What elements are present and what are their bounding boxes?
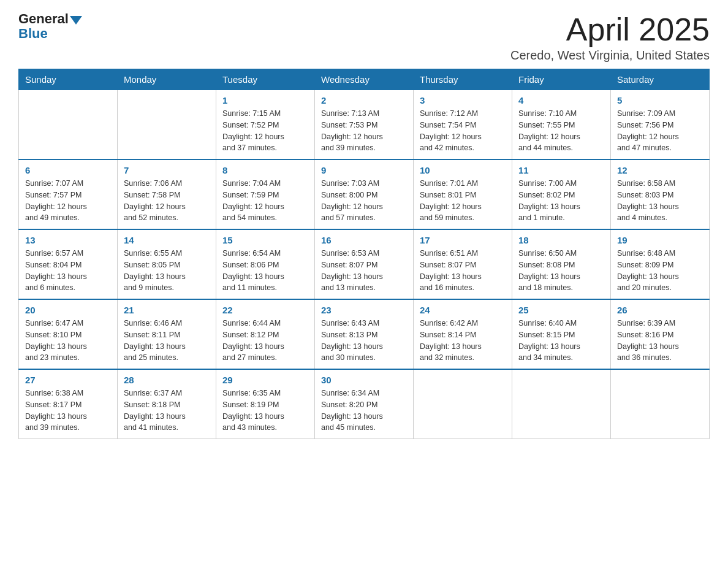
calendar-cell <box>611 369 710 439</box>
day-number: 20 <box>25 305 111 315</box>
calendar-cell: 28Sunrise: 6:37 AM Sunset: 8:18 PM Dayli… <box>118 369 216 439</box>
calendar-cell: 1Sunrise: 7:15 AM Sunset: 7:52 PM Daylig… <box>216 90 315 160</box>
calendar-cell: 20Sunrise: 6:47 AM Sunset: 8:10 PM Dayli… <box>19 299 118 369</box>
calendar-cell: 26Sunrise: 6:39 AM Sunset: 8:16 PM Dayli… <box>611 299 710 369</box>
day-info: Sunrise: 7:03 AM Sunset: 8:00 PM Dayligh… <box>321 178 407 224</box>
day-number: 21 <box>124 305 210 315</box>
day-info: Sunrise: 7:00 AM Sunset: 8:02 PM Dayligh… <box>518 178 604 224</box>
calendar-cell: 19Sunrise: 6:48 AM Sunset: 8:09 PM Dayli… <box>611 229 710 299</box>
calendar-cell: 6Sunrise: 7:07 AM Sunset: 7:57 PM Daylig… <box>19 159 118 229</box>
day-number: 2 <box>321 95 407 105</box>
calendar-cell: 9Sunrise: 7:03 AM Sunset: 8:00 PM Daylig… <box>315 159 414 229</box>
calendar-cell <box>118 90 216 160</box>
calendar-cell: 11Sunrise: 7:00 AM Sunset: 8:02 PM Dayli… <box>512 159 611 229</box>
calendar-cell: 23Sunrise: 6:43 AM Sunset: 8:13 PM Dayli… <box>315 299 414 369</box>
day-info: Sunrise: 7:01 AM Sunset: 8:01 PM Dayligh… <box>420 178 506 224</box>
day-number: 10 <box>420 165 506 175</box>
page-header: General Blue April 2025 Ceredo, West Vir… <box>18 12 710 63</box>
day-number: 19 <box>617 235 703 245</box>
day-number: 25 <box>518 305 604 315</box>
day-number: 8 <box>222 165 308 175</box>
day-info: Sunrise: 7:15 AM Sunset: 7:52 PM Dayligh… <box>222 108 308 154</box>
calendar-cell: 17Sunrise: 6:51 AM Sunset: 8:07 PM Dayli… <box>414 229 512 299</box>
calendar-cell: 22Sunrise: 6:44 AM Sunset: 8:12 PM Dayli… <box>216 299 315 369</box>
day-number: 26 <box>617 305 703 315</box>
day-info: Sunrise: 6:39 AM Sunset: 8:16 PM Dayligh… <box>617 318 703 364</box>
day-info: Sunrise: 6:42 AM Sunset: 8:14 PM Dayligh… <box>420 318 506 364</box>
day-number: 22 <box>222 305 308 315</box>
calendar-cell: 25Sunrise: 6:40 AM Sunset: 8:15 PM Dayli… <box>512 299 611 369</box>
day-number: 27 <box>25 375 111 385</box>
calendar-cell: 4Sunrise: 7:10 AM Sunset: 7:55 PM Daylig… <box>512 90 611 160</box>
calendar-cell: 10Sunrise: 7:01 AM Sunset: 8:01 PM Dayli… <box>414 159 512 229</box>
day-info: Sunrise: 7:07 AM Sunset: 7:57 PM Dayligh… <box>25 178 111 224</box>
day-info: Sunrise: 6:34 AM Sunset: 8:20 PM Dayligh… <box>321 388 407 434</box>
day-info: Sunrise: 7:09 AM Sunset: 7:56 PM Dayligh… <box>617 108 703 154</box>
calendar-cell: 15Sunrise: 6:54 AM Sunset: 8:06 PM Dayli… <box>216 229 315 299</box>
calendar-cell <box>512 369 611 439</box>
calendar-cell: 29Sunrise: 6:35 AM Sunset: 8:19 PM Dayli… <box>216 369 315 439</box>
day-number: 18 <box>518 235 604 245</box>
month-title: April 2025 <box>510 12 710 47</box>
day-number: 15 <box>222 235 308 245</box>
day-number: 3 <box>420 95 506 105</box>
calendar-cell: 2Sunrise: 7:13 AM Sunset: 7:53 PM Daylig… <box>315 90 414 160</box>
calendar-week-row: 6Sunrise: 7:07 AM Sunset: 7:57 PM Daylig… <box>19 159 710 229</box>
calendar-cell <box>19 90 118 160</box>
day-number: 1 <box>222 95 308 105</box>
calendar-cell: 12Sunrise: 6:58 AM Sunset: 8:03 PM Dayli… <box>611 159 710 229</box>
calendar-cell: 16Sunrise: 6:53 AM Sunset: 8:07 PM Dayli… <box>315 229 414 299</box>
day-number: 16 <box>321 235 407 245</box>
logo-triangle-icon <box>70 16 82 25</box>
calendar-cell: 18Sunrise: 6:50 AM Sunset: 8:08 PM Dayli… <box>512 229 611 299</box>
day-info: Sunrise: 7:06 AM Sunset: 7:58 PM Dayligh… <box>124 178 210 224</box>
day-info: Sunrise: 6:55 AM Sunset: 8:05 PM Dayligh… <box>124 248 210 294</box>
calendar-cell: 3Sunrise: 7:12 AM Sunset: 7:54 PM Daylig… <box>414 90 512 160</box>
day-info: Sunrise: 6:54 AM Sunset: 8:06 PM Dayligh… <box>222 248 308 294</box>
day-info: Sunrise: 6:38 AM Sunset: 8:17 PM Dayligh… <box>25 388 111 434</box>
day-number: 6 <box>25 165 111 175</box>
calendar-header-wednesday: Wednesday <box>315 69 414 90</box>
calendar-header-saturday: Saturday <box>611 69 710 90</box>
day-info: Sunrise: 6:57 AM Sunset: 8:04 PM Dayligh… <box>25 248 111 294</box>
day-info: Sunrise: 6:44 AM Sunset: 8:12 PM Dayligh… <box>222 318 308 364</box>
title-block: April 2025 Ceredo, West Virginia, United… <box>510 12 710 63</box>
calendar-cell: 30Sunrise: 6:34 AM Sunset: 8:20 PM Dayli… <box>315 369 414 439</box>
day-number: 17 <box>420 235 506 245</box>
day-info: Sunrise: 6:37 AM Sunset: 8:18 PM Dayligh… <box>124 388 210 434</box>
day-number: 29 <box>222 375 308 385</box>
day-number: 13 <box>25 235 111 245</box>
day-info: Sunrise: 7:10 AM Sunset: 7:55 PM Dayligh… <box>518 108 604 154</box>
calendar-cell: 13Sunrise: 6:57 AM Sunset: 8:04 PM Dayli… <box>19 229 118 299</box>
calendar-header-sunday: Sunday <box>19 69 118 90</box>
calendar-cell: 14Sunrise: 6:55 AM Sunset: 8:05 PM Dayli… <box>118 229 216 299</box>
logo: General Blue <box>18 12 83 42</box>
calendar-cell: 5Sunrise: 7:09 AM Sunset: 7:56 PM Daylig… <box>611 90 710 160</box>
day-number: 4 <box>518 95 604 105</box>
calendar-cell: 8Sunrise: 7:04 AM Sunset: 7:59 PM Daylig… <box>216 159 315 229</box>
calendar-cell: 27Sunrise: 6:38 AM Sunset: 8:17 PM Dayli… <box>19 369 118 439</box>
day-info: Sunrise: 7:04 AM Sunset: 7:59 PM Dayligh… <box>222 178 308 224</box>
day-number: 30 <box>321 375 407 385</box>
calendar-header-monday: Monday <box>118 69 216 90</box>
day-info: Sunrise: 6:40 AM Sunset: 8:15 PM Dayligh… <box>518 318 604 364</box>
day-number: 9 <box>321 165 407 175</box>
day-info: Sunrise: 6:53 AM Sunset: 8:07 PM Dayligh… <box>321 248 407 294</box>
calendar-header-friday: Friday <box>512 69 611 90</box>
day-info: Sunrise: 6:35 AM Sunset: 8:19 PM Dayligh… <box>222 388 308 434</box>
calendar-cell: 7Sunrise: 7:06 AM Sunset: 7:58 PM Daylig… <box>118 159 216 229</box>
day-number: 12 <box>617 165 703 175</box>
day-number: 5 <box>617 95 703 105</box>
day-info: Sunrise: 6:43 AM Sunset: 8:13 PM Dayligh… <box>321 318 407 364</box>
day-info: Sunrise: 7:13 AM Sunset: 7:53 PM Dayligh… <box>321 108 407 154</box>
day-info: Sunrise: 6:46 AM Sunset: 8:11 PM Dayligh… <box>124 318 210 364</box>
location-text: Ceredo, West Virginia, United States <box>510 48 710 63</box>
day-info: Sunrise: 6:50 AM Sunset: 8:08 PM Dayligh… <box>518 248 604 294</box>
calendar-header-tuesday: Tuesday <box>216 69 315 90</box>
day-info: Sunrise: 6:51 AM Sunset: 8:07 PM Dayligh… <box>420 248 506 294</box>
logo-blue-text: Blue <box>18 26 48 42</box>
calendar-week-row: 13Sunrise: 6:57 AM Sunset: 8:04 PM Dayli… <box>19 229 710 299</box>
calendar-cell: 24Sunrise: 6:42 AM Sunset: 8:14 PM Dayli… <box>414 299 512 369</box>
day-number: 24 <box>420 305 506 315</box>
day-number: 7 <box>124 165 210 175</box>
